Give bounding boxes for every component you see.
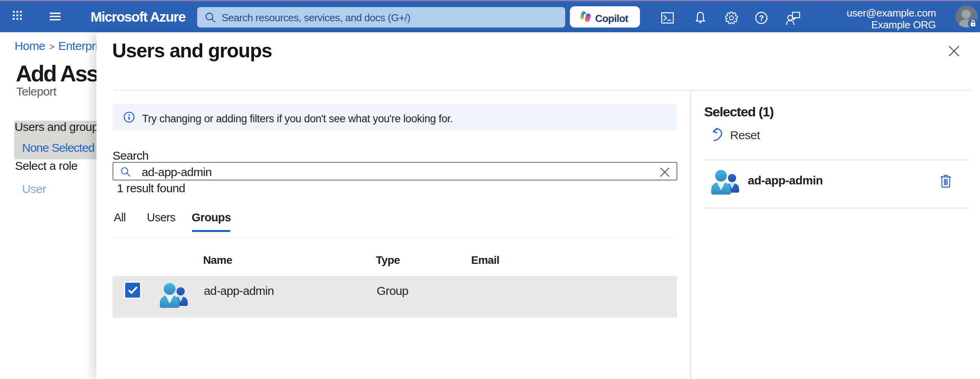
- svg-text:?: ?: [759, 14, 764, 22]
